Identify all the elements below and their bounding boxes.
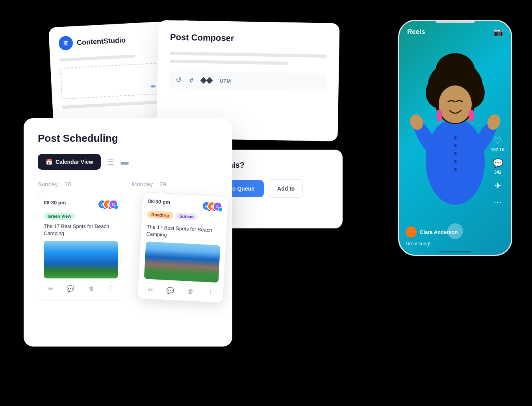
composer-toolbar: ↺ # UTM — [169, 71, 327, 92]
days-row: Sunday – 28 Monday – 29 — [38, 181, 218, 187]
bottom-info: Clara Anderson Great song! — [406, 226, 488, 247]
avatar-group-1: A B C — [98, 200, 118, 209]
user-info: Clara Anderson — [406, 226, 488, 237]
cs-logo-icon — [58, 36, 73, 51]
more-item: ⋯ — [493, 197, 502, 208]
comments-count: 342 — [494, 170, 501, 174]
comments-item: 💬 342 — [493, 158, 503, 174]
hashtag-icon[interactable]: # — [189, 76, 193, 84]
svg-point-17 — [454, 160, 457, 163]
comment-icon-1[interactable]: 💬 — [67, 285, 74, 293]
phone-container: Reels 📷 ♡ 107.1K 💬 342 ✈ — [398, 20, 512, 256]
post-tag-sunset: Sunset — [175, 212, 198, 221]
post-card-2: 08:30 pm A B C — [137, 192, 229, 303]
scheduling-card: Post Scheduling 📅 Calendar View ☰ ▬ Sund… — [24, 118, 232, 347]
view-controls: 📅 Calendar View ☰ ▬ — [38, 154, 218, 170]
post-headline-1: The 17 Best Spots for Beach Camping — [44, 223, 118, 237]
post-image-beach — [44, 241, 118, 278]
reels-header: Reels 📷 — [399, 21, 511, 41]
composer-title: Post Composer — [170, 32, 328, 45]
svg-point-15 — [454, 144, 457, 147]
edit-icon-1[interactable]: ✏ — [48, 285, 53, 293]
avatar-group-2: A B C — [202, 201, 222, 211]
scheduling-title: Post Scheduling — [38, 132, 218, 145]
svg-point-14 — [454, 136, 457, 139]
utm-button[interactable]: UTM — [220, 78, 231, 83]
avatar-6: C — [215, 202, 222, 211]
svg-rect-9 — [469, 110, 474, 121]
share-item: ✈ — [494, 181, 501, 191]
more-dots-icon[interactable]: ⋯ — [493, 197, 502, 208]
undo-icon[interactable]: ↺ — [176, 76, 182, 84]
delete-icon-2[interactable]: 🗑 — [187, 288, 194, 296]
svg-point-16 — [454, 152, 457, 155]
interactions-panel: ♡ 107.1K 💬 342 ✈ ⋯ — [491, 136, 505, 208]
svg-point-7 — [439, 85, 472, 123]
cs-app-title: ContentStudio — [76, 36, 126, 46]
cs-placeholder-line-1 — [59, 54, 135, 61]
post-headline-2: The 17 Best Spots for Beach Camping — [146, 223, 221, 241]
composer-line-2 — [170, 60, 288, 65]
likes-count: 107.1K — [491, 147, 505, 152]
reels-label: Reels — [407, 28, 425, 36]
post-actions-2: ✏ 💬 🗑 ⋮ — [143, 282, 218, 297]
monday-label: Monday – 29 — [132, 181, 218, 187]
delete-icon-1[interactable]: 🗑 — [88, 285, 94, 293]
diamond-icon[interactable] — [201, 78, 212, 83]
user-avatar — [406, 226, 417, 237]
comment-icon[interactable]: 💬 — [493, 158, 503, 169]
likes-item: ♡ 107.1K — [491, 136, 505, 152]
pencil-icon: ✏ — [151, 83, 156, 90]
post-tag-1: Green View — [44, 213, 75, 220]
home-button[interactable] — [447, 223, 463, 239]
tw-indicator — [114, 205, 119, 209]
add-button[interactable]: Add to — [269, 179, 303, 198]
edit-icon-2[interactable]: ✏ — [148, 286, 153, 294]
phone-notch — [436, 21, 475, 23]
svg-point-18 — [454, 168, 457, 171]
list-view-icon[interactable]: ☰ — [107, 157, 114, 167]
tw-indicator-2 — [218, 207, 223, 212]
post-card-1: 08:30 pm A B C — [38, 194, 124, 300]
camera-icon[interactable]: 📷 — [493, 27, 503, 37]
more-icon-1[interactable]: ⋮ — [108, 285, 114, 293]
posts-row: 08:30 pm A B C — [38, 194, 218, 300]
share-icon[interactable]: ✈ — [494, 181, 501, 191]
post-tag-roadtrip: Roadtrip — [147, 211, 173, 219]
post-image-mountain — [144, 241, 221, 283]
main-scene: ContentStudio ✏ Compose Post Composer ↺ … — [0, 0, 532, 406]
post-actions-1: ✏ 💬 🗑 ⋮ — [44, 282, 118, 293]
post-time-2: 08:30 pm — [148, 198, 171, 205]
composer-line-1 — [170, 52, 327, 58]
post-header-2: 08:30 pm A B C — [148, 198, 222, 211]
svg-point-6 — [436, 53, 475, 89]
sunday-label: Sunday – 28 — [38, 181, 124, 187]
phone-frame: Reels 📷 ♡ 107.1K 💬 342 ✈ — [398, 20, 512, 256]
more-icon-2[interactable]: ⋮ — [207, 289, 214, 297]
avatar-3: C — [111, 200, 118, 209]
grid-view-icon[interactable]: ▬ — [120, 158, 128, 167]
cs-placeholder-line-2 — [62, 100, 163, 109]
post-time-1: 08:30 pm — [44, 200, 66, 206]
calendar-view-button[interactable]: 📅 Calendar View — [38, 154, 101, 170]
comment-icon-2[interactable]: 💬 — [166, 287, 174, 295]
heart-icon[interactable]: ♡ — [494, 136, 502, 146]
phone-screen: Reels 📷 ♡ 107.1K 💬 342 ✈ — [399, 21, 511, 255]
home-indicator — [439, 251, 471, 252]
svg-rect-8 — [437, 110, 442, 121]
post-header-1: 08:30 pm A B C — [44, 200, 118, 209]
calendar-icon: 📅 — [46, 159, 52, 165]
caption: Great song! — [406, 241, 430, 247]
